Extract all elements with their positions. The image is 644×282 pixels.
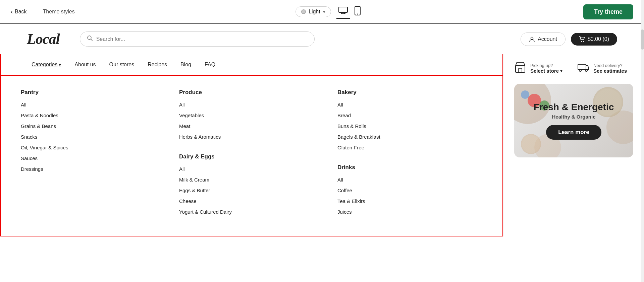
svg-point-9 — [581, 41, 582, 42]
promo-cta-button[interactable]: Learn more — [546, 125, 601, 140]
nav-blog[interactable]: Blog — [180, 62, 191, 68]
top-bar-center: Light ▾ — [296, 4, 363, 19]
list-item[interactable]: All — [21, 102, 166, 108]
nav-bar: Categories ▾ About us Our stores Recipes… — [0, 54, 503, 76]
see-estimates-button[interactable]: See estimates — [593, 68, 627, 74]
store-icon — [514, 61, 526, 76]
account-button[interactable]: Account — [521, 32, 566, 46]
list-item[interactable]: Bagels & Breakfast — [337, 134, 482, 140]
list-item[interactable]: Coffee — [337, 188, 482, 194]
select-store-button[interactable]: Select store ▾ — [530, 68, 562, 74]
list-item[interactable]: All — [337, 177, 482, 183]
list-item[interactable]: Sauces — [21, 155, 166, 161]
store-options: Picking up? Select store ▾ — [514, 61, 633, 76]
account-label: Account — [538, 36, 557, 42]
nav-categories[interactable]: Categories ▾ — [32, 62, 61, 68]
search-input[interactable] — [96, 36, 308, 42]
categories-chevron-icon: ▾ — [59, 62, 61, 67]
account-icon — [529, 36, 535, 42]
scrollbar[interactable] — [641, 0, 644, 282]
dropdown-chevron-icon: ▾ — [323, 9, 325, 14]
nav-about-us[interactable]: About us — [74, 62, 96, 68]
dairy-eggs-list: All Milk & Cream Eggs & Butter Cheese Yo… — [179, 166, 324, 215]
delivery-icon — [577, 61, 589, 76]
list-item[interactable]: Herbs & Aromatics — [179, 134, 324, 140]
list-item[interactable]: Yogurt & Cultured Dairy — [179, 209, 324, 215]
svg-line-7 — [91, 39, 92, 41]
list-item[interactable]: Milk & Cream — [179, 177, 324, 183]
list-item[interactable]: All — [179, 166, 324, 172]
cart-icon — [579, 36, 585, 42]
pantry-heading: Pantry — [21, 89, 166, 96]
delivery-label: Need delivery? — [593, 63, 627, 68]
desktop-icon[interactable] — [336, 5, 350, 19]
pickup-label: Picking up? — [530, 63, 562, 68]
promo-banner: Fresh & Energetic Healthy & Organic Lear… — [514, 84, 633, 157]
delivery-option: Need delivery? See estimates — [577, 61, 627, 76]
top-bar-left: ‹ Back Theme styles — [11, 8, 75, 15]
cart-button[interactable]: $0.00 (0) — [571, 33, 617, 46]
list-item[interactable]: All — [337, 102, 482, 108]
categories-label: Categories — [32, 62, 57, 68]
bakery-list: All Bread Buns & Rolls Bagels & Breakfas… — [337, 102, 482, 151]
dairy-eggs-heading: Dairy & Eggs — [179, 153, 324, 160]
svg-rect-0 — [339, 7, 347, 12]
mobile-icon[interactable] — [353, 4, 363, 19]
svg-point-5 — [357, 14, 358, 15]
back-arrow-icon: ‹ — [11, 8, 13, 15]
drinks-heading: Drinks — [337, 164, 482, 171]
list-item[interactable]: Vegetables — [179, 113, 324, 119]
svg-point-10 — [583, 41, 584, 42]
store-logo: Local — [27, 30, 60, 48]
list-item[interactable]: Eggs & Butter — [179, 188, 324, 194]
right-panel: Picking up? Select store ▾ — [503, 54, 644, 236]
dairy-eggs-section: Dairy & Eggs All Milk & Cream Eggs & But… — [179, 153, 324, 215]
light-theme-dropdown[interactable]: Light ▾ — [296, 6, 331, 17]
promo-content: Fresh & Energetic Healthy & Organic Lear… — [534, 102, 614, 140]
bakery-drinks-column: Bakery All Bread Buns & Rolls Bagels & B… — [337, 89, 482, 220]
list-item[interactable]: Meat — [179, 123, 324, 129]
list-item[interactable]: Gluten-Free — [337, 145, 482, 151]
top-bar: ‹ Back Theme styles Light ▾ — [0, 0, 644, 24]
pantry-list: All Pasta & Noodles Grains & Beans Snack… — [21, 102, 166, 172]
store-header: Local Account $0.00 (0) — [0, 24, 644, 54]
search-icon — [87, 35, 93, 43]
device-icons — [336, 4, 363, 19]
list-item[interactable]: Pasta & Noodles — [21, 113, 166, 119]
list-item[interactable]: Snacks — [21, 134, 166, 140]
theme-styles-label: Theme styles — [43, 9, 75, 15]
list-item[interactable]: Cheese — [179, 198, 324, 204]
light-dot-icon — [301, 9, 306, 14]
svg-rect-13 — [578, 64, 586, 70]
nav-section: Categories ▾ About us Our stores Recipes… — [0, 54, 503, 236]
produce-list: All Vegetables Meat Herbs & Aromatics — [179, 102, 324, 140]
nav-our-stores[interactable]: Our stores — [109, 62, 135, 68]
header-actions: Account $0.00 (0) — [521, 32, 617, 46]
scrollbar-thumb[interactable] — [641, 29, 644, 50]
pickup-text: Picking up? Select store ▾ — [530, 63, 562, 74]
list-item[interactable]: Dressings — [21, 166, 166, 172]
nav-faq[interactable]: FAQ — [205, 62, 215, 68]
back-button[interactable]: ‹ Back — [11, 8, 27, 15]
list-item[interactable]: Grains & Beans — [21, 123, 166, 129]
pantry-column: Pantry All Pasta & Noodles Grains & Bean… — [21, 89, 166, 220]
drinks-section: Drinks All Coffee Tea & Elixirs Juices — [337, 164, 482, 215]
list-item[interactable]: Tea & Elixirs — [337, 198, 482, 204]
promo-subtitle: Healthy & Organic — [534, 114, 614, 120]
produce-dairy-column: Produce All Vegetables Meat Herbs & Arom… — [179, 89, 324, 220]
list-item[interactable]: Oil, Vinegar & Spices — [21, 145, 166, 151]
search-bar[interactable] — [80, 31, 315, 47]
back-label: Back — [15, 9, 27, 15]
list-item[interactable]: Buns & Rolls — [337, 123, 482, 129]
list-item[interactable]: All — [179, 102, 324, 108]
nav-recipes[interactable]: Recipes — [148, 62, 167, 68]
cart-label: $0.00 (0) — [588, 36, 609, 42]
list-item[interactable]: Bread — [337, 113, 482, 119]
delivery-text: Need delivery? See estimates — [593, 63, 627, 74]
try-theme-button[interactable]: Try theme — [583, 4, 633, 19]
svg-point-14 — [579, 69, 581, 71]
list-item[interactable]: Juices — [337, 209, 482, 215]
main-content: Categories ▾ About us Our stores Recipes… — [0, 54, 644, 236]
light-label: Light — [309, 9, 320, 15]
produce-heading: Produce — [179, 89, 324, 96]
